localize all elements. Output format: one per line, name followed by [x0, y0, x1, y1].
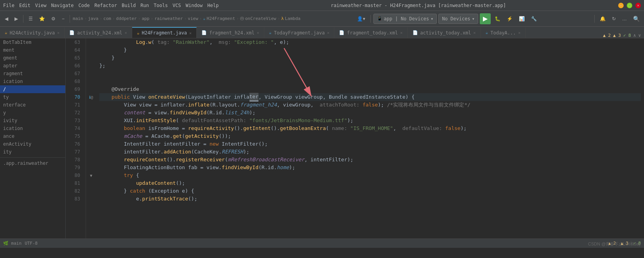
tab-close-h24fragment[interactable]: ✕	[189, 31, 192, 35]
close-button[interactable]: ✕	[635, 3, 641, 8]
ln-68: 68	[66, 78, 83, 85]
code-line-79: FloatingActionButton fab = view. findVie…	[99, 164, 641, 171]
code-line-75: mCache = ACache . get ( getActivity ());	[99, 132, 641, 140]
sidebar-item-apter[interactable]: apter	[0, 62, 65, 70]
more-button[interactable]: …	[620, 14, 629, 24]
menu-navigate[interactable]: Navigate	[51, 3, 74, 8]
settings-button[interactable]: ⚙	[49, 14, 58, 24]
sidebar-item-bottabitem[interactable]: BotTabItem	[0, 38, 65, 46]
tab-activity-h24[interactable]: 📄 activity_h24.xml ✕	[65, 27, 132, 38]
ln-66: 66	[66, 62, 83, 70]
code-line-77: intentFilter. addAction ( CacheKey . REF…	[99, 148, 641, 156]
bc-lambda-icon: λ	[281, 16, 284, 21]
status-left: 🌿 main UTF-8	[3, 241, 38, 246]
code-line-80: try {	[99, 171, 641, 179]
gutter-64	[86, 46, 96, 54]
title-bar: File Edit View Navigate Code Refactor Bu…	[0, 0, 644, 11]
device-target-selector[interactable]: No Devices ▾	[438, 14, 478, 24]
minimize-button[interactable]: —	[618, 3, 624, 8]
forward-button[interactable]: ▶	[12, 14, 20, 24]
fold-icon-80[interactable]: ▼	[90, 173, 92, 178]
notification-button[interactable]: 🔔	[597, 14, 608, 24]
menu-build[interactable]: Build	[122, 3, 136, 8]
menu-file[interactable]: File	[3, 3, 14, 8]
menu-view[interactable]: View	[35, 3, 47, 8]
code-area: 63 64 65 66 67 68 69 70 71 72 73 74 75 7…	[66, 38, 644, 238]
code-line-76: IntentFilter intentFilter = new IntentFi…	[99, 140, 641, 148]
tab-h24fragment[interactable]: ☕ H24Fragment.java ✕	[132, 27, 197, 38]
sidebar-item-nterface[interactable]: nterface	[0, 101, 65, 109]
tab-close-todayfragment[interactable]: ✕	[327, 31, 329, 35]
sidebar-item-ance[interactable]: ance	[0, 132, 65, 140]
maximize-button[interactable]: □	[627, 3, 632, 8]
menu-edit[interactable]: Edit	[19, 3, 30, 8]
bookmarks-button[interactable]: ⭐	[37, 14, 47, 24]
sidebar-item-gment[interactable]: gment	[0, 54, 65, 62]
build-variants-button[interactable]: 🔧	[529, 14, 539, 24]
sidebar-item-ragment[interactable]: ragment	[0, 70, 65, 78]
bc-oncreateview-icon: ⓜ	[240, 16, 244, 22]
tab-close-activity-h24[interactable]: ✕	[125, 31, 127, 35]
tab-close-activity-today[interactable]: ✕	[474, 31, 476, 35]
sidebar-item-enactivity[interactable]: enActivity	[0, 140, 65, 148]
minus-button[interactable]: −	[59, 14, 67, 24]
sidebar-item-ication2[interactable]: ication	[0, 124, 65, 132]
back-button[interactable]: ◀	[2, 14, 11, 24]
chevron-down-icon[interactable]: ∨	[638, 33, 641, 38]
sidebar-item-slash[interactable]: /	[0, 85, 65, 93]
gutter-72	[86, 109, 96, 117]
tab-h24activity[interactable]: ☕ H24Activity.java ✕	[0, 27, 65, 38]
bc-com: com	[103, 16, 111, 21]
sidebar-item-ity[interactable]: ity	[0, 148, 65, 156]
gutter-65	[86, 54, 96, 62]
profile-button[interactable]: 📊	[517, 14, 527, 24]
menu-tools[interactable]: Tools	[154, 3, 168, 8]
tab-fragment-today[interactable]: 📄 fragment_today.xml ✕	[334, 27, 407, 38]
run-button[interactable]: ▶	[480, 13, 491, 24]
sidebar-item-ivity[interactable]: ivity	[0, 117, 65, 124]
sidebar-item-y[interactable]: y	[0, 109, 65, 117]
tab-todayfragment[interactable]: ☕ TodayFragment.java ✕	[264, 27, 335, 38]
tab-close-h24activity[interactable]: ✕	[57, 31, 59, 35]
sidebar-item-package[interactable]: .app.rainweather	[0, 159, 65, 167]
menu-help[interactable]: Help	[207, 3, 219, 8]
structure-button[interactable]: ☰	[26, 14, 35, 24]
tab-todaya[interactable]: ☕ TodayA... ✕	[481, 27, 526, 38]
menu-run[interactable]: Run	[140, 3, 149, 8]
code-scroll[interactable]: 63 64 65 66 67 68 69 70 71 72 73 74 75 7…	[66, 38, 644, 238]
update-button[interactable]: ↻	[610, 14, 618, 24]
sidebar-item-ication[interactable]: ication	[0, 78, 65, 85]
search-button[interactable]: 🔍	[631, 13, 642, 24]
git-button[interactable]: 👤▾	[355, 14, 368, 24]
tab-fragment-h24[interactable]: 📄 fragment_h24.xml ✕	[197, 27, 264, 38]
menu-window[interactable]: Window	[186, 3, 203, 8]
ln-65: 65	[66, 54, 83, 62]
window-controls[interactable]: — □ ✕	[618, 3, 641, 8]
chevron-up-icon[interactable]: ∧	[633, 33, 636, 38]
sidebar-item-ty[interactable]: ty	[0, 93, 65, 101]
bc-app: app	[142, 16, 149, 21]
gutter-68	[86, 78, 96, 85]
coverage-button[interactable]: ⚡	[504, 14, 515, 24]
code-line-69: @Override	[99, 85, 641, 93]
debug-button[interactable]: 🐛	[492, 14, 503, 24]
tab-label-h24fragment: H24Fragment.java	[142, 30, 187, 36]
tab-close-fragment-today[interactable]: ✕	[400, 31, 403, 35]
code-content[interactable]: Log . w ( tag: "RainWather" , msg: "Exce…	[96, 38, 644, 238]
code-line-74: boolean isFromHome = requireActivity ().…	[99, 124, 641, 132]
menu-vcs[interactable]: VCS	[172, 3, 181, 8]
gutter-area: ℹ @ ▼	[86, 38, 96, 238]
bc-rainweather: rainweather	[154, 16, 183, 21]
menu-bar[interactable]: File Edit View Navigate Code Refactor Bu…	[3, 3, 219, 8]
ln-69: 69	[66, 85, 83, 93]
gutter-76	[86, 140, 96, 148]
sidebar-item-ment[interactable]: ment	[0, 46, 65, 54]
warning-indicator-1: ▲ 2	[603, 33, 611, 38]
tab-close-todaya[interactable]: ✕	[518, 31, 520, 35]
menu-refactor[interactable]: Refactor	[94, 3, 117, 8]
code-line-67	[99, 70, 641, 78]
tab-activity-today[interactable]: 📄 activity_today.xml ✕	[408, 27, 481, 38]
run-config-selector[interactable]: 📱 app | No Devices ▾	[373, 14, 437, 24]
tab-close-fragment-h24[interactable]: ✕	[257, 31, 259, 35]
menu-code[interactable]: Code	[79, 3, 90, 8]
